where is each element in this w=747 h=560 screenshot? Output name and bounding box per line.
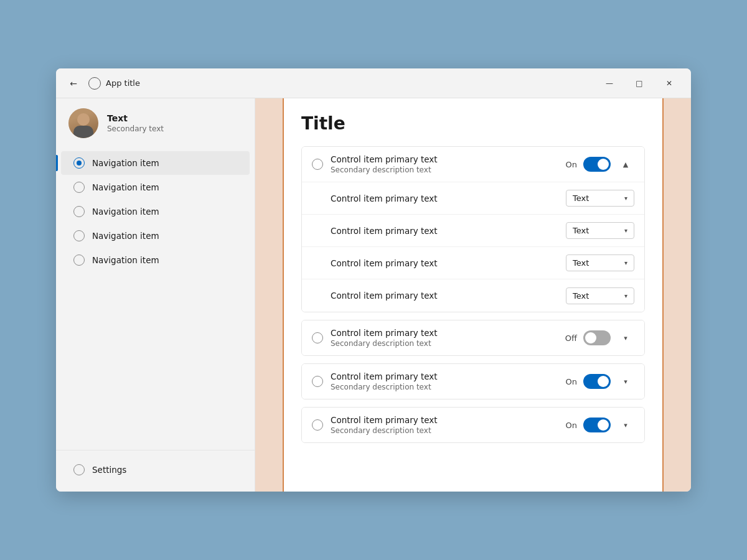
control-right-2-0: On▾	[566, 373, 634, 390]
minimize-button[interactable]: —	[595, 73, 624, 93]
control-row-0-2: Control item primary textText▾	[302, 215, 644, 247]
sidebar: Text Secondary text Navigation itemNavig…	[56, 98, 255, 492]
dropdown-chevron-icon-0-2: ▾	[624, 227, 627, 234]
nav-label-2: Navigation item	[92, 207, 159, 217]
avatar	[68, 108, 98, 138]
control-text-0-4: Control item primary text	[331, 291, 566, 301]
control-text-0-0: Control item primary textSecondary descr…	[331, 154, 558, 174]
nav-radio-2	[73, 206, 85, 217]
toggle-1-0[interactable]	[583, 330, 611, 345]
close-button[interactable]: ✕	[655, 73, 684, 93]
control-right-0-0: On▲	[566, 156, 634, 173]
content-area: Title Control item primary textSecondary…	[255, 98, 691, 492]
control-group-1: Control item primary textSecondary descr…	[301, 320, 645, 356]
sidebar-nav-item-1[interactable]: Navigation item	[61, 175, 250, 199]
control-right-0-3: Text▾	[566, 254, 634, 271]
nav-radio-1	[73, 182, 85, 193]
control-primary-text-0-0: Control item primary text	[331, 154, 558, 164]
control-right-1-0: Off▾	[565, 329, 634, 347]
chevron-down-icon-3-0[interactable]: ▾	[617, 416, 634, 434]
control-right-0-1: Text▾	[566, 190, 634, 207]
profile-name: Text	[107, 113, 164, 123]
control-secondary-text-0-0: Secondary description text	[331, 166, 558, 174]
chevron-down-icon-2-0[interactable]: ▾	[617, 373, 634, 390]
toggle-2-0[interactable]	[583, 374, 611, 389]
control-secondary-text-2-0: Secondary description text	[331, 383, 558, 391]
nav-radio-0	[73, 157, 85, 169]
control-row-3-0: Control item primary textSecondary descr…	[302, 408, 644, 442]
control-text-0-3: Control item primary text	[331, 258, 566, 268]
toggle-label-1-0: Off	[565, 334, 577, 343]
chevron-down-icon-1-0[interactable]: ▾	[617, 329, 634, 347]
dropdown-text-0-1: Text	[573, 194, 589, 203]
dropdown-text-0-4: Text	[573, 291, 589, 301]
control-group-0: Control item primary textSecondary descr…	[301, 146, 645, 312]
control-radio-1-0[interactable]	[312, 332, 323, 343]
window-controls: — □ ✕	[595, 73, 684, 93]
control-secondary-text-1-0: Secondary description text	[331, 339, 558, 348]
control-text-2-0: Control item primary textSecondary descr…	[331, 371, 558, 391]
dropdown-0-2[interactable]: Text▾	[566, 222, 634, 239]
dropdown-0-1[interactable]: Text▾	[566, 190, 634, 207]
control-text-0-1: Control item primary text	[331, 194, 566, 203]
dropdown-0-3[interactable]: Text▾	[566, 254, 634, 271]
dropdown-chevron-icon-0-3: ▾	[624, 259, 627, 266]
titlebar: ← App title — □ ✕	[56, 68, 691, 98]
nav-radio-3	[73, 230, 85, 241]
sidebar-bottom: Settings	[56, 450, 255, 492]
control-right-0-4: Text▾	[566, 287, 634, 304]
sidebar-nav-item-3[interactable]: Navigation item	[61, 224, 250, 248]
sidebar-nav-item-0[interactable]: Navigation item	[61, 151, 250, 175]
control-primary-text-0-1: Control item primary text	[331, 194, 566, 203]
control-primary-text-1-0: Control item primary text	[331, 328, 558, 338]
control-right-3-0: On▾	[566, 416, 634, 434]
toggle-label-3-0: On	[566, 421, 577, 430]
nav-label-0: Navigation item	[92, 158, 159, 168]
toggle-3-0[interactable]	[583, 418, 611, 432]
toggle-0-0[interactable]	[583, 157, 611, 172]
left-accent	[255, 98, 284, 492]
control-radio-2-0[interactable]	[312, 376, 323, 387]
control-group-2: Control item primary textSecondary descr…	[301, 363, 645, 399]
main-layout: Text Secondary text Navigation itemNavig…	[56, 98, 691, 492]
settings-item[interactable]: Settings	[66, 458, 245, 482]
maximize-button[interactable]: □	[625, 73, 654, 93]
control-primary-text-0-3: Control item primary text	[331, 258, 566, 268]
back-button[interactable]: ←	[63, 73, 83, 93]
control-right-0-2: Text▾	[566, 222, 634, 239]
app-title: App title	[106, 78, 595, 88]
sidebar-nav-item-4[interactable]: Navigation item	[61, 248, 250, 272]
nav-radio-4	[73, 254, 85, 266]
control-row-0-1: Control item primary textText▾	[302, 182, 644, 215]
profile-secondary: Secondary text	[107, 124, 164, 133]
control-radio-3-0[interactable]	[312, 419, 323, 431]
nav-list: Navigation itemNavigation itemNavigation…	[56, 148, 255, 450]
control-row-0-0: Control item primary textSecondary descr…	[302, 147, 644, 182]
page-title: Title	[301, 113, 645, 134]
dropdown-chevron-icon-0-4: ▾	[624, 292, 627, 299]
control-primary-text-2-0: Control item primary text	[331, 371, 558, 381]
control-text-1-0: Control item primary textSecondary descr…	[331, 328, 558, 348]
sidebar-nav-item-2[interactable]: Navigation item	[61, 200, 250, 223]
control-row-0-4: Control item primary textText▾	[302, 279, 644, 312]
settings-radio	[73, 464, 85, 475]
app-window: ← App title — □ ✕ Text Secondary text	[56, 68, 691, 492]
control-text-3-0: Control item primary textSecondary descr…	[331, 415, 558, 435]
toggle-label-0-0: On	[566, 160, 577, 169]
dropdown-chevron-icon-0-1: ▾	[624, 195, 627, 202]
toggle-label-2-0: On	[566, 377, 577, 386]
settings-label: Settings	[92, 465, 126, 475]
control-text-0-2: Control item primary text	[331, 226, 566, 236]
dropdown-0-4[interactable]: Text▾	[566, 287, 634, 304]
control-primary-text-0-4: Control item primary text	[331, 291, 566, 301]
profile-section: Text Secondary text	[56, 98, 255, 148]
control-row-1-0: Control item primary textSecondary descr…	[302, 320, 644, 355]
control-row-2-0: Control item primary textSecondary descr…	[302, 364, 644, 399]
control-radio-0-0[interactable]	[312, 159, 323, 170]
chevron-up-icon-0-0[interactable]: ▲	[617, 156, 634, 173]
nav-label-3: Navigation item	[92, 231, 159, 241]
control-primary-text-3-0: Control item primary text	[331, 415, 558, 425]
profile-info: Text Secondary text	[107, 113, 164, 133]
nav-label-4: Navigation item	[92, 255, 159, 265]
dropdown-text-0-3: Text	[573, 258, 589, 268]
